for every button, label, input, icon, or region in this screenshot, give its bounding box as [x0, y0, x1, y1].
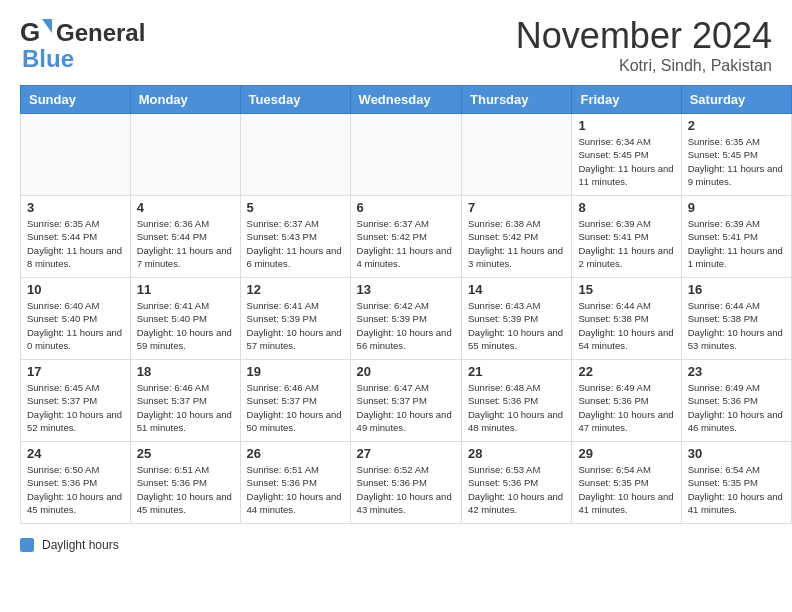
- day-number: 22: [578, 364, 674, 379]
- day-number: 12: [247, 282, 344, 297]
- svg-text:G: G: [20, 17, 40, 47]
- col-wednesday: Wednesday: [350, 86, 461, 114]
- day-cell: [21, 114, 131, 196]
- day-cell: [130, 114, 240, 196]
- week-row-5: 24Sunrise: 6:50 AM Sunset: 5:36 PM Dayli…: [21, 442, 792, 524]
- day-info: Sunrise: 6:49 AM Sunset: 5:36 PM Dayligh…: [688, 381, 785, 434]
- day-cell: 2Sunrise: 6:35 AM Sunset: 5:45 PM Daylig…: [681, 114, 791, 196]
- day-info: Sunrise: 6:46 AM Sunset: 5:37 PM Dayligh…: [137, 381, 234, 434]
- calendar-header-row: Sunday Monday Tuesday Wednesday Thursday…: [21, 86, 792, 114]
- day-info: Sunrise: 6:51 AM Sunset: 5:36 PM Dayligh…: [247, 463, 344, 516]
- col-friday: Friday: [572, 86, 681, 114]
- col-monday: Monday: [130, 86, 240, 114]
- day-cell: 3Sunrise: 6:35 AM Sunset: 5:44 PM Daylig…: [21, 196, 131, 278]
- day-info: Sunrise: 6:37 AM Sunset: 5:42 PM Dayligh…: [357, 217, 455, 270]
- day-number: 26: [247, 446, 344, 461]
- day-number: 14: [468, 282, 565, 297]
- day-info: Sunrise: 6:51 AM Sunset: 5:36 PM Dayligh…: [137, 463, 234, 516]
- day-number: 19: [247, 364, 344, 379]
- week-row-2: 3Sunrise: 6:35 AM Sunset: 5:44 PM Daylig…: [21, 196, 792, 278]
- day-info: Sunrise: 6:35 AM Sunset: 5:44 PM Dayligh…: [27, 217, 124, 270]
- day-info: Sunrise: 6:50 AM Sunset: 5:36 PM Dayligh…: [27, 463, 124, 516]
- day-cell: 25Sunrise: 6:51 AM Sunset: 5:36 PM Dayli…: [130, 442, 240, 524]
- day-info: Sunrise: 6:53 AM Sunset: 5:36 PM Dayligh…: [468, 463, 565, 516]
- week-row-1: 1Sunrise: 6:34 AM Sunset: 5:45 PM Daylig…: [21, 114, 792, 196]
- day-number: 4: [137, 200, 234, 215]
- calendar-table: Sunday Monday Tuesday Wednesday Thursday…: [20, 85, 792, 524]
- week-row-4: 17Sunrise: 6:45 AM Sunset: 5:37 PM Dayli…: [21, 360, 792, 442]
- day-cell: 1Sunrise: 6:34 AM Sunset: 5:45 PM Daylig…: [572, 114, 681, 196]
- day-cell: 10Sunrise: 6:40 AM Sunset: 5:40 PM Dayli…: [21, 278, 131, 360]
- day-info: Sunrise: 6:40 AM Sunset: 5:40 PM Dayligh…: [27, 299, 124, 352]
- day-cell: 13Sunrise: 6:42 AM Sunset: 5:39 PM Dayli…: [350, 278, 461, 360]
- day-number: 17: [27, 364, 124, 379]
- day-info: Sunrise: 6:39 AM Sunset: 5:41 PM Dayligh…: [578, 217, 674, 270]
- day-info: Sunrise: 6:41 AM Sunset: 5:39 PM Dayligh…: [247, 299, 344, 352]
- day-cell: [350, 114, 461, 196]
- day-cell: 4Sunrise: 6:36 AM Sunset: 5:44 PM Daylig…: [130, 196, 240, 278]
- title-block: November 2024 Kotri, Sindh, Pakistan: [516, 15, 772, 75]
- day-cell: [462, 114, 572, 196]
- page-container: G General Blue November 2024 Kotri, Sind…: [0, 0, 792, 556]
- day-info: Sunrise: 6:54 AM Sunset: 5:35 PM Dayligh…: [578, 463, 674, 516]
- day-number: 21: [468, 364, 565, 379]
- day-cell: 5Sunrise: 6:37 AM Sunset: 5:43 PM Daylig…: [240, 196, 350, 278]
- day-cell: 6Sunrise: 6:37 AM Sunset: 5:42 PM Daylig…: [350, 196, 461, 278]
- day-cell: 17Sunrise: 6:45 AM Sunset: 5:37 PM Dayli…: [21, 360, 131, 442]
- day-number: 10: [27, 282, 124, 297]
- day-info: Sunrise: 6:44 AM Sunset: 5:38 PM Dayligh…: [688, 299, 785, 352]
- day-number: 28: [468, 446, 565, 461]
- day-cell: 23Sunrise: 6:49 AM Sunset: 5:36 PM Dayli…: [681, 360, 791, 442]
- day-number: 6: [357, 200, 455, 215]
- month-title: November 2024: [516, 15, 772, 57]
- day-info: Sunrise: 6:36 AM Sunset: 5:44 PM Dayligh…: [137, 217, 234, 270]
- daylight-label: Daylight hours: [42, 538, 119, 552]
- location: Kotri, Sindh, Pakistan: [516, 57, 772, 75]
- day-number: 13: [357, 282, 455, 297]
- day-info: Sunrise: 6:39 AM Sunset: 5:41 PM Dayligh…: [688, 217, 785, 270]
- day-cell: 7Sunrise: 6:38 AM Sunset: 5:42 PM Daylig…: [462, 196, 572, 278]
- day-number: 11: [137, 282, 234, 297]
- day-info: Sunrise: 6:41 AM Sunset: 5:40 PM Dayligh…: [137, 299, 234, 352]
- day-cell: 29Sunrise: 6:54 AM Sunset: 5:35 PM Dayli…: [572, 442, 681, 524]
- day-cell: 12Sunrise: 6:41 AM Sunset: 5:39 PM Dayli…: [240, 278, 350, 360]
- header: G General Blue November 2024 Kotri, Sind…: [0, 0, 792, 85]
- col-tuesday: Tuesday: [240, 86, 350, 114]
- day-number: 20: [357, 364, 455, 379]
- day-cell: [240, 114, 350, 196]
- day-info: Sunrise: 6:46 AM Sunset: 5:37 PM Dayligh…: [247, 381, 344, 434]
- day-info: Sunrise: 6:45 AM Sunset: 5:37 PM Dayligh…: [27, 381, 124, 434]
- footer: Daylight hours: [0, 534, 792, 556]
- day-cell: 8Sunrise: 6:39 AM Sunset: 5:41 PM Daylig…: [572, 196, 681, 278]
- logo: G General Blue: [20, 15, 145, 73]
- day-number: 7: [468, 200, 565, 215]
- day-cell: 15Sunrise: 6:44 AM Sunset: 5:38 PM Dayli…: [572, 278, 681, 360]
- day-number: 23: [688, 364, 785, 379]
- svg-marker-1: [42, 19, 52, 33]
- day-cell: 26Sunrise: 6:51 AM Sunset: 5:36 PM Dayli…: [240, 442, 350, 524]
- day-number: 15: [578, 282, 674, 297]
- logo-general-text: General: [56, 19, 145, 47]
- day-number: 1: [578, 118, 674, 133]
- day-cell: 30Sunrise: 6:54 AM Sunset: 5:35 PM Dayli…: [681, 442, 791, 524]
- calendar-body: 1Sunrise: 6:34 AM Sunset: 5:45 PM Daylig…: [21, 114, 792, 524]
- day-number: 18: [137, 364, 234, 379]
- daylight-legend-icon: [20, 538, 34, 552]
- day-cell: 14Sunrise: 6:43 AM Sunset: 5:39 PM Dayli…: [462, 278, 572, 360]
- day-info: Sunrise: 6:54 AM Sunset: 5:35 PM Dayligh…: [688, 463, 785, 516]
- day-number: 9: [688, 200, 785, 215]
- col-thursday: Thursday: [462, 86, 572, 114]
- day-number: 25: [137, 446, 234, 461]
- day-number: 24: [27, 446, 124, 461]
- day-info: Sunrise: 6:49 AM Sunset: 5:36 PM Dayligh…: [578, 381, 674, 434]
- day-cell: 24Sunrise: 6:50 AM Sunset: 5:36 PM Dayli…: [21, 442, 131, 524]
- day-number: 5: [247, 200, 344, 215]
- day-cell: 22Sunrise: 6:49 AM Sunset: 5:36 PM Dayli…: [572, 360, 681, 442]
- logo-blue-text: Blue: [22, 45, 74, 73]
- day-info: Sunrise: 6:35 AM Sunset: 5:45 PM Dayligh…: [688, 135, 785, 188]
- day-number: 30: [688, 446, 785, 461]
- day-number: 27: [357, 446, 455, 461]
- day-cell: 16Sunrise: 6:44 AM Sunset: 5:38 PM Dayli…: [681, 278, 791, 360]
- col-sunday: Sunday: [21, 86, 131, 114]
- day-info: Sunrise: 6:44 AM Sunset: 5:38 PM Dayligh…: [578, 299, 674, 352]
